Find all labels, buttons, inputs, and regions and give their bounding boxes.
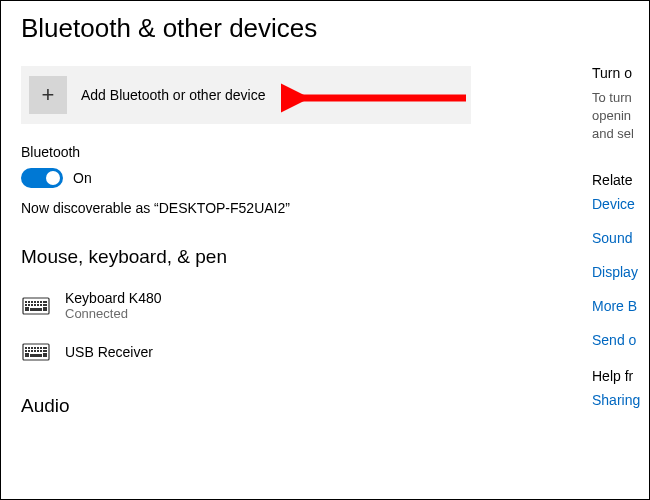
section-mouse-keyboard-pen: Mouse, keyboard, & pen	[21, 246, 564, 268]
svg-rect-21	[31, 347, 33, 349]
sidebar-link[interactable]: Sharing	[592, 392, 649, 408]
page-title: Bluetooth & other devices	[21, 13, 564, 44]
svg-rect-20	[28, 347, 30, 349]
svg-rect-12	[37, 304, 39, 306]
bluetooth-toggle[interactable]	[21, 168, 63, 188]
device-name: USB Receiver	[65, 344, 153, 360]
device-name: Keyboard K480	[65, 290, 162, 306]
svg-rect-25	[43, 347, 47, 349]
sidebar-link[interactable]: Send o	[592, 332, 649, 348]
svg-rect-3	[31, 301, 33, 303]
sidebar-link[interactable]: Sound	[592, 230, 649, 246]
device-status: Connected	[65, 306, 162, 321]
svg-rect-5	[37, 301, 39, 303]
svg-rect-8	[25, 304, 27, 306]
bluetooth-state: On	[73, 170, 92, 186]
keyboard-icon	[21, 343, 51, 361]
sidebar-link[interactable]: Display	[592, 264, 649, 280]
svg-rect-28	[31, 350, 33, 352]
svg-rect-2	[28, 301, 30, 303]
plus-icon: +	[29, 76, 67, 114]
discoverable-text: Now discoverable as “DESKTOP-F52UAI2”	[21, 200, 564, 216]
svg-rect-29	[34, 350, 36, 352]
svg-rect-31	[40, 350, 42, 352]
bluetooth-label: Bluetooth	[21, 144, 564, 160]
svg-rect-16	[30, 308, 42, 311]
svg-rect-6	[40, 301, 42, 303]
add-device-label: Add Bluetooth or other device	[81, 87, 265, 103]
svg-rect-15	[25, 307, 29, 311]
svg-rect-17	[43, 307, 47, 311]
sidebar-link[interactable]: Device	[592, 196, 649, 212]
svg-rect-22	[34, 347, 36, 349]
device-row[interactable]: USB Receiver	[21, 335, 564, 375]
section-audio: Audio	[21, 395, 564, 417]
svg-rect-14	[43, 304, 47, 306]
sidebar-heading: Turn o	[592, 65, 649, 81]
svg-rect-34	[30, 354, 42, 357]
svg-rect-7	[43, 301, 47, 303]
svg-rect-33	[25, 353, 29, 357]
svg-rect-30	[37, 350, 39, 352]
sidebar-text: To turn openin and sel	[592, 89, 649, 144]
svg-rect-26	[25, 350, 27, 352]
sidebar-heading: Relate	[592, 172, 649, 188]
svg-rect-13	[40, 304, 42, 306]
sidebar-link[interactable]: More B	[592, 298, 649, 314]
svg-rect-27	[28, 350, 30, 352]
svg-rect-10	[31, 304, 33, 306]
svg-rect-32	[43, 350, 47, 352]
device-row[interactable]: Keyboard K480 Connected	[21, 282, 564, 335]
svg-rect-4	[34, 301, 36, 303]
svg-rect-24	[40, 347, 42, 349]
svg-rect-19	[25, 347, 27, 349]
svg-rect-1	[25, 301, 27, 303]
svg-rect-23	[37, 347, 39, 349]
keyboard-icon	[21, 297, 51, 315]
sidebar-heading: Help fr	[592, 368, 649, 384]
svg-rect-11	[34, 304, 36, 306]
svg-rect-35	[43, 353, 47, 357]
svg-rect-9	[28, 304, 30, 306]
add-device-button[interactable]: + Add Bluetooth or other device	[21, 66, 471, 124]
